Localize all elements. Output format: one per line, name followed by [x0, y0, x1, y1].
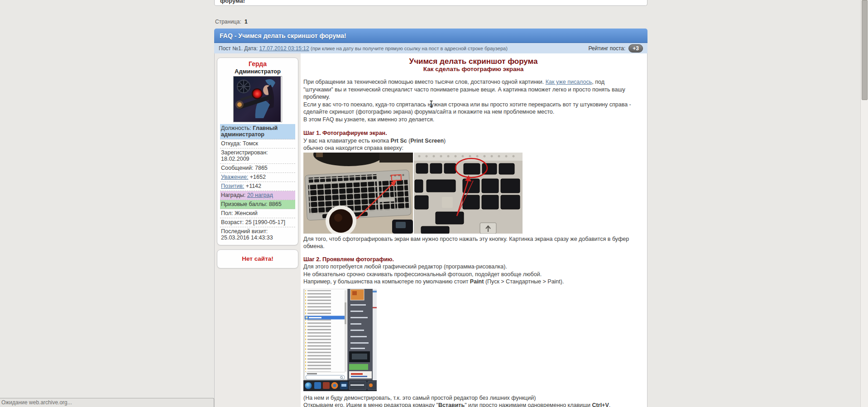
step1-text: ) — [444, 138, 446, 144]
rating-label: Рейтинг поста: — [588, 45, 625, 52]
thread-title-cut-text: форума! — [220, 0, 245, 4]
field-value: 18.02.2009 — [221, 156, 249, 162]
paint-start-menu-screenshot — [303, 289, 377, 391]
intro-text: В этом FAQ вы узнаете, как именно это де… — [303, 116, 434, 123]
keyboard-photo — [303, 153, 413, 234]
profile-field-respect: Уважение: +1652 — [220, 173, 295, 182]
pagination: Страница: 1 — [215, 19, 248, 25]
thread-header-bar: FAQ - Учимся делать скриншот форума! — [214, 29, 647, 43]
outro-text: . — [609, 402, 610, 407]
profile-field-positive: Позитив: +1142 — [220, 182, 295, 191]
step2-line1: Для этого потребуется любой графический … — [303, 263, 643, 271]
scrollbar-thumb[interactable] — [862, 0, 868, 100]
printscreen-key-name: Print Screen — [410, 138, 444, 144]
field-label: Должность: — [221, 125, 251, 131]
awards-link[interactable]: 20 наград — [247, 192, 273, 198]
avatar — [233, 76, 282, 122]
field-label: Награды: — [221, 192, 245, 198]
step1-line1: У вас на клавиатуре есть кнопка Prt Sc (… — [303, 137, 643, 145]
profile-field-registered: Зарегистрирован: 18.02.2009 — [220, 148, 295, 164]
outro-text: " или просто нажимаем одновременно клави… — [465, 402, 592, 407]
intro-text: "штучками" вы и технический специалист ч… — [303, 86, 625, 93]
field-value: +1652 — [250, 174, 266, 180]
pagination-current-page[interactable]: 1 — [245, 19, 248, 25]
outro-line1: (На нем и буду демонстрировать, т.к. это… — [303, 394, 643, 402]
respect-link[interactable]: Уважение: — [221, 174, 248, 180]
field-value: 8865 — [269, 201, 282, 207]
post-meta-left: Пост №1. Дата: 17.07.2012 03:15:12 (при … — [219, 45, 508, 52]
pagination-label: Страница: — [215, 19, 241, 25]
intro-text: проблему. — [303, 94, 330, 100]
article-subtitle: Как сделать фотографию экрана — [303, 66, 643, 72]
step2-line2: Не обязательно срочно скачивать професси… — [303, 271, 643, 278]
step2-text: (Пуск > Стандартные > Paint). — [484, 278, 564, 285]
field-label: Откуда: — [221, 140, 241, 147]
after-images-paragraph: Для того, чтоб сфотографировать экран ва… — [303, 235, 643, 250]
as-written-before-link[interactable]: Как уже писалось — [546, 79, 592, 85]
printscreen-key-closeup-photo — [414, 153, 523, 234]
field-label: Сообщений: — [221, 165, 254, 171]
post-date-link[interactable]: 17.07.2012 03:15:12 — [259, 45, 309, 52]
user-sidebar: Герда Администратор — [215, 53, 301, 407]
prtsc-key-name: Prt Sc — [391, 138, 407, 144]
step2-heading: Шаг 2. Проявляем фотографию. — [303, 256, 643, 263]
username[interactable]: Герда — [220, 60, 296, 67]
step2-line3: Например, у большинства на компьютере по… — [303, 278, 643, 286]
after-images-text: Для того, чтоб сфотографировать экран ва… — [303, 236, 629, 242]
step1-text: У вас на клавиатуре есть кнопка — [303, 138, 391, 144]
profile-field-age: Возраст: 25 [1990-05-17] — [220, 218, 295, 227]
post-meta-bar: Пост №1. Дата: 17.07.2012 03:15:12 (при … — [214, 43, 647, 53]
forum-page: форума! Страница: 1 FAQ - Учимся делать … — [0, 0, 868, 407]
field-value: Женский — [235, 210, 258, 216]
field-label: Зарегистрирован: — [221, 149, 268, 156]
intro-paragraph: При обращении за технической помощью вме… — [303, 78, 643, 123]
profile-field-awards: Награды: 20 наград — [220, 191, 295, 200]
text-cursor-pointer — [429, 101, 433, 107]
paint-app-name: Paint — [470, 278, 484, 285]
no-site-box: Нет сайта! — [217, 249, 298, 268]
rating-badge: +3 — [628, 44, 643, 53]
profile-field-prize-points: Призовые баллы: 8865 — [220, 200, 295, 209]
paste-command-name: Вставить — [438, 402, 465, 407]
field-value: 25 [1990-05-17] — [245, 219, 285, 225]
profile-field-position: Должность: Главный администратор — [220, 124, 295, 139]
outro-text: Открываем его. Ищем в меню редактора ком… — [303, 402, 438, 407]
ibeam-cursor-icon — [429, 101, 433, 107]
profile-field-gender: Пол: Женский — [220, 209, 295, 218]
keyboard-photos-row — [303, 153, 643, 234]
avatar-image — [234, 77, 281, 122]
user-role: Администратор — [220, 68, 296, 75]
post-rating: Рейтинг поста: +3 — [588, 44, 643, 53]
profile-field-messages: Сообщений: 7865 — [220, 164, 295, 173]
intro-text: Если у вас что-то поехало, куда-то спрят… — [303, 101, 631, 108]
no-site-text: Нет сайта! — [242, 255, 273, 262]
step1-heading: Шаг 1. Фотографируем экран. — [303, 129, 643, 137]
field-label: Возраст: — [221, 219, 244, 225]
intro-text: сделайте скриншот (фотографию экрана) фо… — [303, 109, 554, 115]
profile-details: Должность: Главный администратор Откуда:… — [220, 124, 295, 242]
start-menu-screenshot-wrap — [303, 289, 643, 391]
profile-field-last-visit: Последний визит: 25.03.2016 14:43:33 — [220, 227, 295, 242]
user-profile-box: Герда Администратор — [217, 57, 298, 245]
field-value: Томск — [243, 140, 258, 147]
thread-title: FAQ - Учимся делать скриншот форума! — [220, 32, 346, 39]
post-number-label: Пост №1. Дата: — [219, 45, 258, 52]
post-content: Учимся делать скриншот форума Как сделат… — [301, 53, 647, 407]
status-text: Ожидание web.archive.org... — [1, 399, 72, 406]
post-date-note: (при клике на дату вы получите прямую сс… — [311, 46, 508, 51]
outro-line2: Открываем его. Ищем в меню редактора ком… — [303, 402, 643, 407]
article-title: Учимся делать скриншот форума — [303, 57, 643, 66]
field-value: +1142 — [246, 183, 261, 189]
ctrl-v-shortcut: Ctrl+V — [592, 402, 609, 407]
browser-status-bar: Ожидание web.archive.org... — [0, 398, 214, 407]
field-value: 7865 — [255, 165, 268, 171]
step1-line2: обычно она находится справа вверху: — [303, 144, 643, 152]
field-label: Последний визит: — [221, 228, 268, 235]
positive-link[interactable]: Позитив: — [221, 183, 244, 189]
field-label: Призовые баллы: — [221, 201, 267, 207]
vertical-scrollbar[interactable] — [860, 0, 868, 407]
thread-title-cut-box: форума! — [214, 0, 647, 6]
intro-text: При обращении за технической помощью вме… — [303, 79, 546, 85]
step2-text: Например, у большинства на компьютере по… — [303, 278, 470, 285]
after-images-text: обмена. — [303, 243, 325, 249]
